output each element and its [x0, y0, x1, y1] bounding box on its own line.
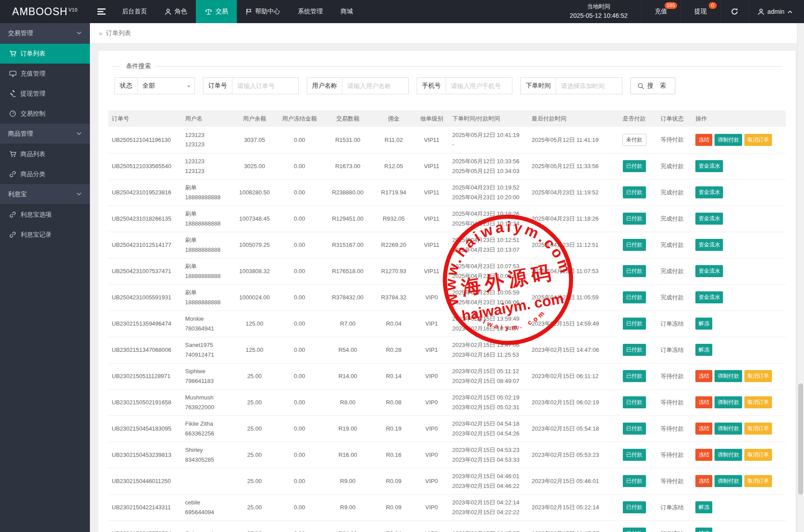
- frozen-amount-cell: 0.00: [276, 179, 323, 206]
- trade-amount-cell: R129451.00: [323, 206, 373, 232]
- nav-item-1[interactable]: 后台首页: [113, 0, 156, 23]
- action-button-red[interactable]: 冻结: [695, 475, 712, 487]
- action-button-teal[interactable]: 解冻: [695, 528, 712, 532]
- vip-level-cell: VIP0: [414, 494, 449, 520]
- action-button-teal[interactable]: 强制付款: [715, 396, 742, 408]
- sidebar-item-label: 交易控制: [20, 110, 45, 118]
- person-icon: [165, 8, 171, 15]
- refresh-button[interactable]: [720, 0, 748, 23]
- action-button-amber[interactable]: 取消订单: [744, 475, 772, 487]
- sidebar-item-2[interactable]: 订单列表: [0, 44, 90, 64]
- paid-status-cell: 已付款: [616, 258, 652, 284]
- actions-cell: 解冻: [692, 310, 786, 337]
- paid-status-cell: 已付款: [616, 468, 652, 494]
- username-cell: Sanet1975740912471: [182, 337, 233, 363]
- filter-input-2[interactable]: [342, 78, 408, 94]
- recharge-button[interactable]: 充值 186: [641, 0, 681, 23]
- order-state-cell: 等待付款: [652, 363, 692, 389]
- status-select[interactable]: 全部: [138, 78, 195, 94]
- action-button-amber[interactable]: 取消订单: [744, 396, 772, 408]
- sidebar-item-5[interactable]: 交易控制: [0, 104, 90, 124]
- action-button-teal[interactable]: 解冻: [695, 501, 712, 513]
- filter-input-4[interactable]: [556, 78, 622, 94]
- monitor-icon: [9, 71, 16, 77]
- filter-label: 手机号: [417, 78, 446, 94]
- table-row: UB2302150422143311cebile69564409425.000.…: [108, 494, 786, 520]
- action-button-teal[interactable]: 强制付款: [715, 475, 742, 487]
- action-button-red[interactable]: 冻结: [695, 370, 712, 382]
- action-button-teal[interactable]: 资金流水: [695, 291, 723, 303]
- actions-cell: 冻结强制付款取消订单: [692, 127, 786, 153]
- action-button-teal[interactable]: 解冻: [695, 344, 712, 356]
- last-pay-time-cell: 2023年02月15日 06:02:19: [528, 389, 616, 415]
- filter-group-3: 手机号: [417, 77, 512, 94]
- sidebar-group-9[interactable]: 利息宝: [0, 184, 90, 205]
- commission-cell: R12.05: [373, 153, 415, 179]
- action-button-red[interactable]: 冻结: [695, 134, 712, 146]
- action-button-teal[interactable]: 强制付款: [715, 449, 742, 461]
- action-button-teal[interactable]: 强制付款: [715, 370, 742, 382]
- action-button-teal[interactable]: 资金流水: [695, 265, 723, 277]
- username-cell: 刷单18888888888: [182, 232, 233, 258]
- balance-cell: 1005079.25: [233, 232, 276, 258]
- caret-down-icon: [187, 85, 191, 88]
- column-header: 交易数额: [323, 110, 373, 127]
- action-button-amber[interactable]: 取消订单: [744, 134, 772, 146]
- sidebar-item-3[interactable]: 充值管理: [0, 64, 90, 84]
- sidebar-item-8[interactable]: 商品分类: [0, 164, 90, 184]
- filter-input-1[interactable]: [232, 78, 298, 94]
- filter-label: 下单时间: [521, 78, 556, 94]
- action-button-teal[interactable]: 强制付款: [715, 134, 742, 146]
- frozen-amount-cell: 0.00: [276, 415, 323, 442]
- action-button-amber[interactable]: 取消订单: [744, 370, 772, 382]
- action-button-amber[interactable]: 取消订单: [744, 423, 772, 435]
- frozen-amount-cell: 0.00: [276, 232, 323, 258]
- action-button-teal[interactable]: 资金流水: [695, 213, 723, 225]
- withdraw-label: 提现: [694, 8, 707, 16]
- action-button-teal[interactable]: 解冻: [695, 318, 712, 330]
- nav-item-6[interactable]: 商城: [332, 0, 362, 23]
- sidebar-group-1[interactable]: 交易管理: [0, 23, 90, 44]
- scrollbar-thumb[interactable]: [798, 383, 803, 495]
- sidebar-item-11[interactable]: 利息宝记录: [0, 225, 90, 245]
- action-button-teal[interactable]: 资金流水: [695, 186, 723, 198]
- table-row: UB2302151359496474Monkie780364941125.000…: [108, 310, 786, 337]
- order-id-cell: UB2302150247579594: [108, 520, 182, 532]
- vip-level-cell: VIP0: [414, 363, 449, 389]
- app-logo: AMBOOSHV10: [0, 0, 90, 23]
- vertical-scrollbar[interactable]: [797, 23, 804, 532]
- nav-item-4[interactable]: 帮助中心: [237, 0, 289, 23]
- action-button-amber[interactable]: 取消订单: [744, 449, 772, 461]
- paid-status-cell: 未付款: [616, 127, 652, 153]
- table-row: UB2302150454183095Fikile Zitha6633622562…: [108, 415, 786, 442]
- nav-item-label: 后台首页: [122, 8, 147, 16]
- action-button-red[interactable]: 冻结: [695, 396, 712, 408]
- order-state-cell: 完成付款: [652, 206, 692, 232]
- withdraw-button[interactable]: 提现 0: [681, 0, 720, 23]
- action-button-teal[interactable]: 资金流水: [695, 239, 723, 251]
- cart-icon: [9, 151, 16, 157]
- trade-amount-cell: R9.00: [323, 494, 373, 520]
- order-id-cell: UB2504231012514177: [108, 232, 182, 258]
- username-cell: Shirley834305285: [182, 442, 233, 468]
- admin-menu[interactable]: admin: [748, 0, 804, 23]
- sidebar-item-label: 商品列表: [20, 150, 45, 158]
- commission-cell: R0.04: [373, 310, 415, 337]
- action-button-teal[interactable]: 资金流水: [695, 160, 723, 172]
- nav-item-3[interactable]: 交易: [196, 0, 237, 23]
- sidebar-item-10[interactable]: 利息宝选项: [0, 205, 90, 225]
- nav-item-label: 角色: [175, 8, 187, 16]
- nav-item-2[interactable]: 角色: [156, 0, 196, 23]
- sidebar-item-4[interactable]: 提现管理: [0, 84, 90, 104]
- menu-toggle-button[interactable]: [90, 0, 113, 23]
- action-button-teal[interactable]: 强制付款: [715, 423, 742, 435]
- search-button[interactable]: 搜 索: [630, 77, 675, 94]
- action-button-red[interactable]: 冻结: [695, 423, 712, 435]
- nav-item-5[interactable]: 系统管理: [289, 0, 332, 23]
- balance-cell: 1008280.50: [233, 179, 276, 206]
- filter-input-3[interactable]: [446, 78, 512, 94]
- sidebar-item-7[interactable]: 商品列表: [0, 144, 90, 164]
- vip-level-cell: VIP0: [414, 284, 449, 310]
- action-button-red[interactable]: 冻结: [695, 449, 712, 461]
- sidebar-group-6[interactable]: 商品管理: [0, 124, 90, 144]
